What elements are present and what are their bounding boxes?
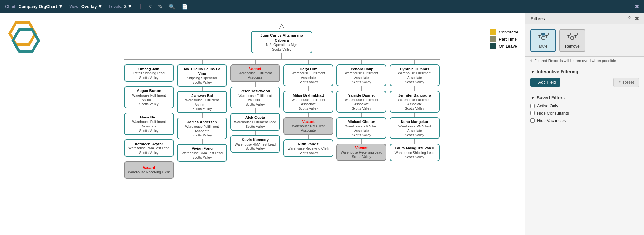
v1: [149, 60, 149, 64]
remove-button[interactable]: Remove: [559, 29, 585, 52]
hide-consultants-checkbox[interactable]: [530, 111, 535, 115]
view-value: Overlay: [81, 4, 97, 9]
node-peter-hazlewood[interactable]: Peter Hazlewood Warehouse Fulfillment As…: [230, 87, 280, 108]
root-name: Juan Carlos Altamarano Cabrera: [254, 33, 309, 43]
svg-marker-1: [13, 30, 39, 52]
svg-rect-9: [567, 33, 570, 35]
filter-hide-consultants[interactable]: Hide Consultants: [530, 111, 639, 116]
chart-selector[interactable]: Chart: Company OrgChart ▼: [5, 4, 63, 9]
node-yamide-dagnet[interactable]: Yamide Dagnet Warehouse Fulfillment Asso…: [336, 91, 386, 113]
node-vacant-rma[interactable]: Vacant Warehouse RMA Test Associate: [283, 117, 333, 135]
filter-icon[interactable]: ▿: [149, 4, 152, 10]
saved-filters-label: Saved Filters: [537, 95, 565, 100]
toolbar: Chart: Company OrgChart ▼ View: Overlay …: [0, 0, 644, 13]
up-arrow-icon: △: [279, 22, 285, 30]
info-icon: ℹ: [530, 59, 532, 63]
filter-hide-vacancies[interactable]: Hide Vacancies: [530, 118, 639, 123]
root-role: N.A. Operations Mgr.: [266, 43, 298, 47]
node-daryl-ditz[interactable]: Daryl Ditz Warehouse Fulfillment Associa…: [283, 64, 333, 86]
hide-consultants-label: Hide Consultants: [537, 111, 569, 116]
node-laura-malaguzzi[interactable]: Laura Malaguzzi Valeri Warehouse Shippin…: [390, 144, 440, 161]
node-neha-mungekar[interactable]: Neha Mungekar Warehouse RMA Test Associa…: [390, 117, 440, 139]
help-icon[interactable]: ✖: [635, 4, 639, 10]
filter-info-text: Filtered Records will be removed when po…: [534, 59, 616, 63]
separator: |: [140, 4, 141, 9]
node-hana-biru[interactable]: Hana Biru Warehouse Fulfillment Associat…: [124, 113, 174, 135]
node-james-anderson[interactable]: James Anderson Warehouse Fulfillment Ass…: [177, 118, 227, 139]
node-kathleen-reytar[interactable]: Kathleen Reytar Warehouse RMA Test Lead …: [124, 139, 174, 157]
root-node[interactable]: Juan Carlos Altamarano Cabrera N.A. Oper…: [251, 31, 312, 53]
contractor-label: Contractor: [499, 30, 518, 34]
saved-filters-header[interactable]: ▼ Saved Filters: [530, 95, 639, 100]
add-field-button[interactable]: + Add Field: [530, 78, 560, 87]
node-vacant-fulfillment[interactable]: Vacant Warehouse Fulfillment Associate: [230, 64, 280, 82]
node-cynthia-cummis[interactable]: Cynthia Cummis Warehouse Fulfillment Ass…: [390, 64, 440, 86]
levels-selector[interactable]: Levels: 2 ▼: [109, 4, 132, 9]
node-vivian-fong[interactable]: Vivian Fong Warehouse RMA Test Lead Scot…: [177, 144, 227, 162]
active-only-label: Active Only: [537, 103, 558, 108]
saved-filters-section: ▼ Saved Filters Active Only Hide Consult…: [525, 91, 644, 129]
interactive-filtering-section: ▼ Interactive Filtering + Add Field ↻ Re…: [525, 65, 644, 91]
node-vacant-receiving-clerk[interactable]: Vacant Warehouse Receiving Clerk: [124, 161, 174, 179]
remove-label: Remove: [565, 44, 580, 49]
edit-icon[interactable]: ✎: [158, 4, 162, 10]
node-jennifer-bangoura[interactable]: Jennifer Bangoura Warehouse Fulfillment …: [390, 91, 440, 113]
hide-vacancies-checkbox[interactable]: [530, 118, 535, 123]
view-selector[interactable]: View: Overlay ▼: [69, 4, 102, 9]
node-jianwen-bai[interactable]: Jianwen Bai Warehouse Fulfillment Associ…: [177, 91, 227, 113]
node-leonora-dalipi[interactable]: Leonora Dalipi Warehouse Fulfillment Ass…: [336, 64, 386, 86]
legend-contractor: Contractor: [490, 29, 518, 35]
node-nitin-pandit[interactable]: Nitin Pandit Warehouse Receiving Clerk S…: [283, 139, 333, 157]
node-ma-lucilla[interactable]: Ma. Lucilla Celina La Vina Shipping Supe…: [177, 64, 227, 87]
view-label: View:: [69, 4, 80, 9]
zoom-icon[interactable]: 🔍: [169, 4, 175, 10]
mute-label: Mute: [539, 44, 548, 49]
collapse-icon: ▼: [530, 69, 535, 74]
filters-header-actions: ? ✖: [628, 15, 639, 22]
filters-title: Filters: [530, 16, 545, 21]
filters-panel: Filters ? ✖: [525, 13, 644, 235]
node-kevin-kennedy[interactable]: Kevin Kennedy Warehouse RMA Test Lead Sc…: [230, 135, 280, 153]
node-milan-brahmbhatt[interactable]: Milan Brahmbhatt Warehouse Fulfillment A…: [283, 91, 333, 113]
reset-button[interactable]: ↻ Reset: [613, 78, 639, 87]
mute-button[interactable]: Mute: [530, 29, 556, 52]
root-location: Scotts Valley: [272, 47, 291, 51]
node-alok-gupta[interactable]: Alok Gupta Warehouse Fulfillment Lead Sc…: [230, 113, 280, 131]
connector-v-root: [281, 53, 282, 59]
help-button[interactable]: ?: [628, 16, 631, 22]
legend-parttime: Part Time: [490, 36, 518, 42]
onleave-color: [490, 43, 496, 49]
interactive-filtering-actions: + Add Field ↻ Reset: [530, 78, 639, 87]
legend-onleave: On Leave: [490, 43, 518, 49]
node-vacant-receiving-lead[interactable]: Vacant Warehouse Receiving Lead Scotts V…: [336, 144, 386, 161]
chevron-down-icon: ▼: [128, 4, 132, 9]
mute-icon: [537, 32, 549, 43]
chart-dropdown[interactable]: Company OrgChart ▼: [18, 4, 63, 9]
filter-info: ℹ Filtered Records will be removed when …: [525, 57, 644, 65]
levels-dropdown[interactable]: 2 ▼: [124, 4, 132, 9]
interactive-filtering-label: Interactive Filtering: [537, 69, 578, 74]
filter-mode-buttons: Mute Remove: [525, 24, 644, 57]
levels-value: 2: [124, 4, 127, 9]
view-dropdown[interactable]: Overlay ▼: [81, 4, 103, 9]
active-only-checkbox[interactable]: [530, 104, 535, 108]
svg-rect-2: [538, 33, 541, 35]
node-michael-obeiter[interactable]: Michael Obeiter Warehouse RMA Test Assoc…: [336, 117, 386, 139]
orgchart-area[interactable]: Contractor Part Time On Leave △ Juan Car…: [0, 13, 525, 235]
close-filters-button[interactable]: ✖: [635, 15, 639, 22]
contractor-color: [490, 29, 496, 35]
company-logo: [6, 19, 42, 55]
reset-icon: ↻: [618, 80, 622, 85]
chevron-down-icon: ▼: [98, 4, 102, 9]
legend: Contractor Part Time On Leave: [490, 29, 518, 49]
svg-rect-8: [542, 33, 545, 35]
reset-label: Reset: [623, 80, 634, 85]
interactive-filtering-header[interactable]: ▼ Interactive Filtering: [530, 69, 639, 74]
node-megan-burton[interactable]: Megan Burton Warehouse Fulfillment Assoc…: [124, 86, 174, 108]
chart-label: Chart:: [5, 4, 16, 9]
filter-active-only[interactable]: Active Only: [530, 103, 639, 108]
onleave-label: On Leave: [499, 44, 517, 49]
export-icon[interactable]: 📄: [182, 4, 188, 10]
chevron-down-icon: ▼: [58, 4, 63, 9]
node-umang-jain[interactable]: Umang Jain Retail Shipping Lead Scotts V…: [124, 64, 174, 82]
